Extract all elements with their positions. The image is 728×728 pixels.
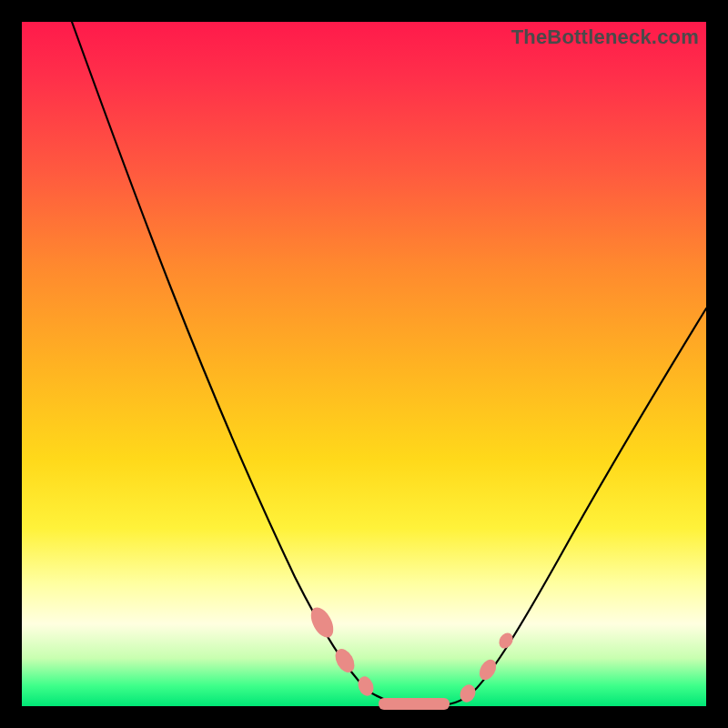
curve-path <box>72 22 706 706</box>
marker-dot <box>476 657 500 683</box>
marker-band <box>379 698 450 710</box>
chart-frame: TheBottleneck.com <box>0 0 728 728</box>
marker-group <box>307 603 516 710</box>
marker-dot <box>496 631 515 652</box>
plot-area: TheBottleneck.com <box>22 22 706 706</box>
bottleneck-curve <box>22 22 706 706</box>
